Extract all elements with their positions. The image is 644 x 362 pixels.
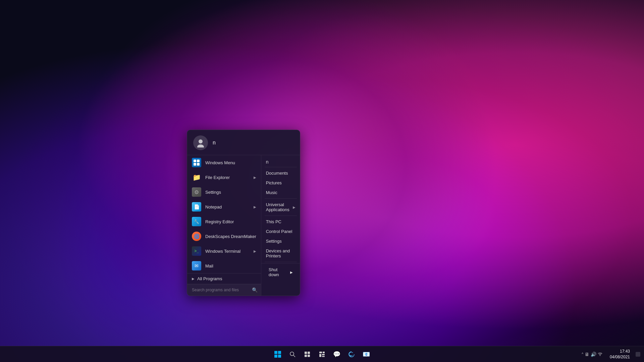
all-programs-button[interactable]: ▶ All Programs	[187, 273, 261, 284]
menu-item-file-explorer[interactable]: 📁 File Explorer ▶	[187, 170, 261, 185]
shutdown-button[interactable]: Shut down ▶	[266, 265, 296, 279]
notification-button[interactable]	[635, 348, 641, 361]
start-menu: n Windows Menu 📁 File Exp	[187, 130, 300, 296]
avatar	[193, 135, 208, 150]
devices-printers-label: Devices and Printers	[266, 248, 296, 258]
place-item-control-panel[interactable]: Control Panel	[261, 227, 300, 236]
svg-rect-2	[274, 351, 277, 354]
svg-point-17	[600, 355, 600, 356]
notepad-label: Notepad	[205, 204, 250, 209]
places-separator-2	[265, 216, 297, 216]
registry-editor-label: Registry Editor	[205, 219, 256, 224]
svg-rect-15	[322, 354, 325, 355]
svg-rect-9	[308, 352, 310, 354]
svg-point-6	[290, 352, 294, 356]
svg-rect-8	[305, 352, 307, 354]
taskbar-search-button[interactable]	[286, 348, 299, 361]
menu-item-settings[interactable]: ⚙ Settings	[187, 185, 261, 199]
place-item-universal-applications[interactable]: Universal Applications ▶	[261, 200, 300, 215]
shutdown-arrow-icon: ▶	[290, 270, 293, 274]
pictures-label: Pictures	[266, 180, 282, 185]
windows-terminal-label: Windows Terminal	[205, 249, 250, 254]
menu-item-windows-terminal[interactable]: >_ Windows Terminal ▶	[187, 244, 261, 258]
search-icon[interactable]: 🔍	[252, 287, 258, 293]
places-separator-1	[265, 198, 297, 199]
tray-network-icon[interactable]	[598, 351, 602, 357]
windows-menu-label: Windows Menu	[205, 160, 256, 165]
menu-item-mail[interactable]: ✉ Mail	[187, 258, 261, 273]
clock[interactable]: 17:43 04/08/2021	[607, 347, 633, 361]
svg-point-0	[199, 139, 203, 143]
svg-rect-3	[278, 351, 281, 354]
file-explorer-icon: 📁	[192, 173, 201, 182]
svg-line-7	[293, 355, 295, 357]
system-tray[interactable]: ^ 🖥 🔊	[579, 350, 605, 358]
menu-item-registry-editor[interactable]: 🔧 Registry Editor	[187, 214, 261, 229]
tray-monitor-icon: 🖥	[585, 352, 589, 357]
control-panel-label: Control Panel	[266, 229, 292, 234]
places-header: n	[261, 157, 300, 166]
svg-rect-12	[319, 352, 322, 353]
taskbar-widgets-button[interactable]	[315, 348, 329, 361]
taskbar-edge-button[interactable]	[345, 348, 358, 361]
svg-rect-14	[319, 354, 321, 357]
deskscapes-icon: 🌀	[192, 232, 201, 241]
settings-label: Settings	[205, 190, 256, 195]
svg-point-1	[197, 144, 204, 147]
taskbar-task-view-button[interactable]	[301, 348, 314, 361]
user-profile[interactable]: n	[187, 130, 300, 155]
place-item-pictures[interactable]: Pictures	[261, 178, 300, 188]
places-separator-top	[265, 167, 297, 167]
windows-menu-icon	[192, 158, 201, 167]
menu-body: Windows Menu 📁 File Explorer ▶ ⚙ Setting…	[187, 155, 300, 296]
place-item-devices-printers[interactable]: Devices and Printers	[261, 246, 300, 261]
place-item-this-pc[interactable]: This PC	[261, 217, 300, 227]
taskbar-center: 💬 📧	[271, 348, 373, 361]
svg-rect-10	[305, 355, 307, 357]
svg-rect-18	[636, 352, 640, 357]
this-pc-label: This PC	[266, 219, 281, 224]
taskbar-teams-button[interactable]: 💬	[330, 348, 343, 361]
taskbar-mail-button[interactable]: 📧	[360, 348, 373, 361]
windows-terminal-icon: >_	[192, 246, 201, 256]
file-explorer-label: File Explorer	[205, 175, 250, 180]
settings-place-label: Settings	[266, 239, 282, 244]
search-bar: 🔍	[187, 284, 261, 296]
svg-rect-4	[274, 355, 277, 358]
place-item-music[interactable]: Music	[261, 188, 300, 197]
universal-applications-arrow: ▶	[293, 205, 296, 209]
tray-volume-icon[interactable]: 🔊	[591, 352, 596, 357]
mail-icon: ✉	[192, 261, 201, 270]
taskbar-right: ^ 🖥 🔊 17:43 04/08/2021	[579, 347, 641, 361]
registry-editor-icon: 🔧	[192, 217, 201, 226]
place-item-settings[interactable]: Settings	[261, 236, 300, 246]
menu-item-windows-menu[interactable]: Windows Menu	[187, 155, 261, 170]
user-name: n	[213, 140, 216, 146]
search-input[interactable]	[191, 286, 249, 294]
menu-item-notepad[interactable]: 📄 Notepad ▶	[187, 199, 261, 214]
programs-list: Windows Menu 📁 File Explorer ▶ ⚙ Setting…	[187, 155, 261, 296]
desktop-overlay	[0, 0, 644, 362]
taskbar: 💬 📧 ^ 🖥 🔊	[0, 346, 644, 362]
music-label: Music	[266, 190, 277, 195]
mail-label: Mail	[205, 263, 256, 268]
shutdown-area: Shut down ▶	[261, 263, 300, 281]
places-separator-bottom	[265, 262, 297, 262]
all-programs-arrow-icon: ▶	[192, 277, 195, 281]
start-button[interactable]	[271, 348, 284, 361]
settings-icon: ⚙	[192, 187, 201, 197]
universal-applications-label: Universal Applications	[266, 202, 289, 212]
documents-label: Documents	[266, 171, 288, 176]
notepad-arrow: ▶	[254, 205, 256, 209]
menu-item-deskscapes[interactable]: 🌀 DeskScapes DreamMaker	[187, 229, 261, 244]
places-list: n Documents Pictures Music Universal App…	[261, 155, 300, 296]
windows-terminal-arrow: ▶	[254, 249, 256, 253]
svg-rect-16	[322, 356, 325, 357]
deskscapes-label: DeskScapes DreamMaker	[205, 234, 256, 239]
place-item-documents[interactable]: Documents	[261, 168, 300, 178]
svg-rect-13	[323, 352, 325, 353]
svg-rect-5	[278, 355, 281, 358]
clock-time: 17:43	[610, 349, 630, 354]
tray-chevron[interactable]: ^	[582, 352, 583, 356]
svg-rect-11	[308, 355, 310, 357]
